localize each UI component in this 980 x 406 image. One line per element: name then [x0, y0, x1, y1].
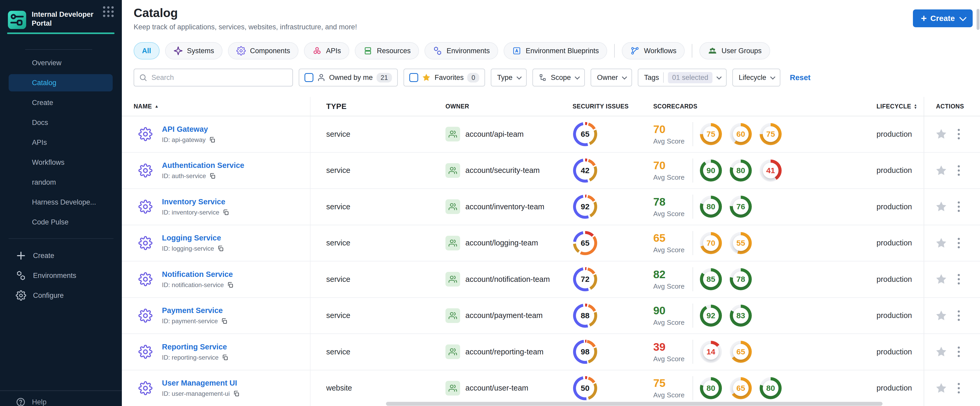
- sidebar-item-create[interactable]: Create: [0, 93, 122, 113]
- scope-dropdown[interactable]: Scope: [533, 69, 585, 86]
- row-menu-button[interactable]: [956, 200, 961, 214]
- help-icon: [16, 397, 25, 406]
- favorite-star-button[interactable]: [935, 346, 947, 358]
- copy-icon[interactable]: [233, 390, 240, 397]
- owner-name[interactable]: account/user-team: [465, 384, 528, 392]
- tab-all[interactable]: All: [134, 42, 159, 59]
- copy-icon[interactable]: [221, 318, 228, 325]
- scorecard-ring-value: 83: [733, 308, 749, 324]
- entity-name-link[interactable]: Reporting Service: [162, 343, 227, 351]
- owned-by-me-checkbox[interactable]: [304, 73, 313, 82]
- tab-apis[interactable]: APIs: [304, 42, 349, 59]
- favorite-star-button[interactable]: [935, 128, 947, 140]
- copy-icon[interactable]: [217, 245, 224, 252]
- row-menu-button[interactable]: [956, 127, 961, 141]
- tags-dropdown[interactable]: Tags 01 selected: [638, 69, 727, 86]
- copy-icon[interactable]: [209, 136, 216, 143]
- sidebar-bottom-item-create[interactable]: Create: [0, 246, 122, 266]
- entity-name-link[interactable]: Payment Service: [162, 306, 223, 315]
- owned-by-me-filter[interactable]: Owned by me 21: [299, 69, 398, 86]
- owner-name[interactable]: account/notification-team: [465, 275, 550, 284]
- sidebar-item-docs[interactable]: Docs: [0, 113, 122, 133]
- tab-systems[interactable]: Systems: [165, 42, 223, 59]
- row-menu-button[interactable]: [956, 273, 961, 286]
- owner-dropdown-label: Owner: [597, 74, 618, 82]
- gear-icon: [16, 290, 26, 301]
- scorecard-ring-value: 14: [703, 344, 719, 360]
- column-header-lifecycle[interactable]: LIFECYCLE ▲▼: [877, 97, 924, 116]
- favorite-star-button[interactable]: [935, 165, 947, 176]
- service-gear-icon: [138, 236, 153, 250]
- tab-environments[interactable]: Environments: [425, 42, 498, 59]
- create-button[interactable]: + Create: [913, 10, 973, 27]
- owner-name[interactable]: account/payment-team: [465, 311, 542, 320]
- security-issues-donut: 65: [573, 122, 597, 146]
- security-issues-value: 98: [576, 343, 594, 361]
- copy-icon[interactable]: [222, 354, 229, 361]
- owner-name[interactable]: account/api-team: [465, 130, 523, 138]
- security-issues-donut: 42: [573, 159, 597, 182]
- owner-dropdown[interactable]: Owner: [590, 69, 632, 86]
- reset-filters-button[interactable]: Reset: [790, 73, 810, 82]
- entity-name-link[interactable]: Notification Service: [162, 270, 233, 278]
- table-row: Logging Service ID: logging-service serv…: [122, 225, 980, 262]
- app-grid-icon[interactable]: [103, 6, 115, 18]
- favorite-star-button[interactable]: [935, 201, 947, 213]
- sidebar-bottom-item-environments[interactable]: Environments: [0, 266, 122, 285]
- entity-name-link[interactable]: Authentication Service: [162, 161, 244, 170]
- sidebar-item-help[interactable]: Help: [16, 397, 47, 406]
- entity-name-link[interactable]: Logging Service: [162, 234, 221, 242]
- blueprints-icon: [512, 46, 522, 56]
- column-header-scorecards: SCORECARDS: [641, 97, 877, 116]
- tab-resources[interactable]: Resources: [355, 42, 419, 59]
- copy-icon[interactable]: [227, 282, 234, 289]
- sidebar-item-catalog[interactable]: Catalog: [0, 73, 122, 93]
- sidebar-bottom-nav: Create Environments Configure: [0, 246, 122, 305]
- copy-icon[interactable]: [209, 173, 216, 179]
- favorites-filter[interactable]: Favorites 0: [404, 69, 485, 86]
- entity-name-link[interactable]: API Gateway: [162, 125, 208, 133]
- search-box[interactable]: [134, 69, 293, 86]
- owner-name[interactable]: account/inventory-team: [465, 203, 544, 211]
- row-menu-button[interactable]: [956, 309, 961, 322]
- search-input[interactable]: [151, 73, 288, 82]
- lifecycle-value: production: [877, 189, 924, 225]
- row-menu-button[interactable]: [956, 381, 961, 395]
- sidebar-item-random[interactable]: random: [0, 172, 122, 192]
- sidebar-bottom-item-configure[interactable]: Configure: [0, 285, 122, 305]
- copy-icon[interactable]: [223, 209, 229, 216]
- favorite-star-button[interactable]: [935, 382, 947, 394]
- entity-name-link[interactable]: Inventory Service: [162, 198, 225, 206]
- scorecard-ring-value: 80: [703, 380, 719, 396]
- scorecard-ring-value: 92: [703, 308, 719, 324]
- favorite-star-button[interactable]: [935, 237, 947, 249]
- row-menu-button[interactable]: [956, 236, 961, 250]
- sidebar-item-overview[interactable]: Overview: [0, 53, 122, 73]
- tab-workflows[interactable]: Workflows: [622, 42, 685, 59]
- favorite-star-button[interactable]: [935, 309, 947, 322]
- row-menu-button[interactable]: [956, 164, 961, 177]
- owner-name[interactable]: account/logging-team: [465, 239, 538, 247]
- row-menu-button[interactable]: [956, 345, 961, 358]
- owner-name[interactable]: account/reporting-team: [465, 347, 544, 356]
- search-icon: [139, 73, 147, 82]
- scorecard-ring: 80: [760, 377, 782, 399]
- favorites-checkbox[interactable]: [409, 73, 418, 82]
- owner-name[interactable]: account/security-team: [465, 166, 540, 175]
- horizontal-scrollbar[interactable]: [386, 402, 883, 406]
- lifecycle-value: production: [877, 116, 924, 152]
- column-header-name[interactable]: NAME ▲: [134, 97, 310, 116]
- lifecycle-dropdown[interactable]: Lifecycle: [732, 69, 780, 86]
- favorite-star-button[interactable]: [935, 273, 947, 285]
- tab-environment-blueprints[interactable]: Environment Blueprints: [504, 42, 607, 59]
- entity-name-link[interactable]: User Management UI: [162, 379, 237, 387]
- tab-components[interactable]: Components: [228, 42, 299, 59]
- vertical-scrollbar[interactable]: [977, 9, 980, 30]
- tab-user-groups[interactable]: User Groups: [699, 42, 770, 59]
- sidebar-item-code-pulse[interactable]: Code Pulse: [0, 212, 122, 232]
- scorecard-separator: [692, 159, 693, 182]
- type-dropdown[interactable]: Type: [491, 69, 527, 86]
- sidebar-item-workflows[interactable]: Workflows: [0, 152, 122, 172]
- sidebar-item-apis[interactable]: APIs: [0, 133, 122, 152]
- sidebar-item-harness-develope-[interactable]: Harness Develope...: [0, 192, 122, 212]
